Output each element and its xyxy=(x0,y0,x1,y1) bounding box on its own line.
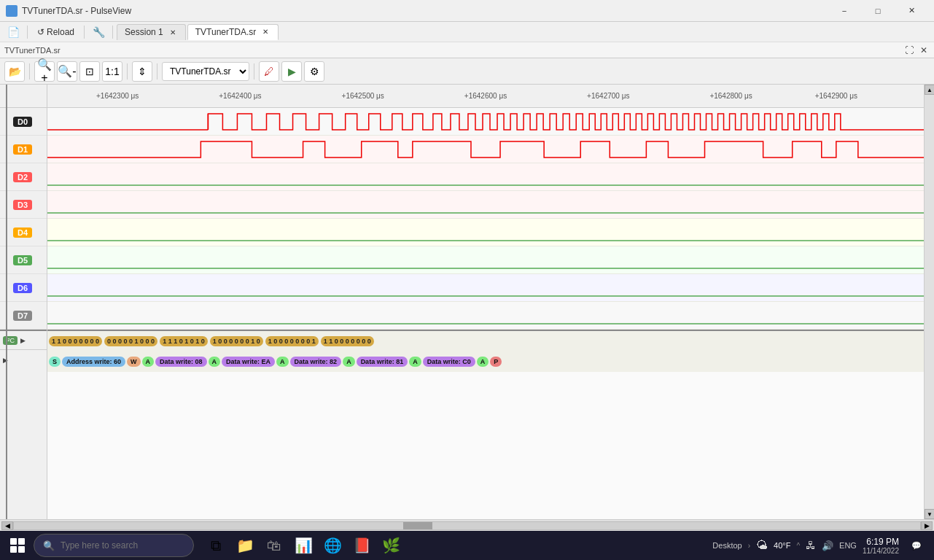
signal-row-d6 xyxy=(47,274,924,302)
waveform-d5 xyxy=(47,246,924,274)
tvtuner-close[interactable]: ✕ xyxy=(260,27,271,37)
d5-badge: D5 xyxy=(13,255,32,265)
store-button[interactable]: 🛍 xyxy=(261,532,287,559)
data-81-chip: Data write: 81 xyxy=(357,357,408,367)
cursor-icon: ⇕ xyxy=(138,66,147,77)
clock[interactable]: 6:19 PM 11/14/2022 xyxy=(863,537,899,555)
tvtuner-label: TVTunerTDA.sr xyxy=(195,27,257,37)
signal-row-d0 xyxy=(47,108,924,136)
start-button[interactable] xyxy=(6,534,29,557)
language-indicator: ENG xyxy=(839,541,857,550)
maximize-button[interactable]: □ xyxy=(861,0,895,22)
t2-sep3 xyxy=(157,63,157,79)
zoom-in-button[interactable]: 🔍+ xyxy=(34,61,55,82)
zoom-in-icon: 🔍+ xyxy=(35,58,54,85)
time-label-4: +1642600 μs xyxy=(464,92,507,100)
title-bar: TVTunerTDA.sr - PulseView − □ ✕ xyxy=(0,0,934,22)
stop-chip: P xyxy=(490,357,502,367)
settings-button[interactable]: 🔧 xyxy=(88,23,109,41)
minimize-button[interactable]: − xyxy=(828,0,861,22)
scroll-up-button[interactable]: ▲ xyxy=(925,85,934,95)
taskview-button[interactable]: ⧉ xyxy=(203,532,229,559)
zoom-out-button[interactable]: 🔍- xyxy=(57,61,77,82)
data-08-chip: Data write: 08 xyxy=(155,357,207,367)
vertical-scroll-track[interactable] xyxy=(925,95,934,509)
waveform-d1 xyxy=(47,136,924,163)
app-icon xyxy=(6,5,17,17)
acrobat-button[interactable]: 📕 xyxy=(349,532,375,559)
open-button[interactable]: 📂 xyxy=(4,61,25,82)
toolbar-separator xyxy=(27,26,28,39)
chrome-button[interactable]: 🌐 xyxy=(319,532,346,559)
tab-session1[interactable]: Session 1 ✕ xyxy=(117,24,186,40)
store-icon: 🛍 xyxy=(267,537,281,554)
start-sq-3 xyxy=(10,546,17,553)
reload-button[interactable]: ↺ Reload xyxy=(31,26,80,39)
sub-header-title: TVTunerTDA.sr xyxy=(4,46,61,55)
start-chip: S xyxy=(49,357,61,367)
ack-chip-1: A xyxy=(142,357,155,367)
t2-sep4 xyxy=(254,63,254,79)
horizontal-scroll-thumb[interactable] xyxy=(403,522,432,529)
vertical-scrollbar[interactable]: ▲ ▼ xyxy=(924,85,934,519)
clock-date: 11/14/2022 xyxy=(863,547,899,555)
expand-arrow-bits[interactable]: ▶ xyxy=(20,337,26,344)
app9-icon: 🌿 xyxy=(382,537,400,554)
cursor-button[interactable]: ⇕ xyxy=(132,61,152,82)
expand-icon[interactable]: ⛶ xyxy=(903,44,915,56)
horizontal-scrollbar[interactable]: ◀ ▶ xyxy=(0,519,934,531)
bracket-line xyxy=(6,85,7,519)
chrome-icon: 🌐 xyxy=(324,537,342,554)
config-icon: ⚙ xyxy=(310,66,319,77)
decoder-select[interactable]: TVTunerTDA.sr xyxy=(162,62,249,81)
tab-tvtuner[interactable]: TVTunerTDA.sr ✕ xyxy=(187,24,279,40)
search-input[interactable] xyxy=(61,540,177,551)
toolbar2: 📂 🔍+ 🔍- ⊡ 1:1 ⇕ TVTunerTDA.sr 🖊 ▶ xyxy=(0,58,934,85)
i2c-bits-row: 1 1 0 0 0 0 0 0 0 0 0 0 0 0 1 0 0 0 1 1 … xyxy=(47,331,924,351)
scroll-right-button[interactable]: ▶ xyxy=(921,521,933,530)
scroll-left-button[interactable]: ◀ xyxy=(1,521,13,530)
run-button[interactable]: ▶ xyxy=(281,61,302,82)
ack-chip-3: A xyxy=(276,357,289,367)
system-tray-expand[interactable]: ^ xyxy=(796,542,800,550)
pulseview-app-button[interactable]: 📊 xyxy=(290,532,316,559)
zoom-100-button[interactable]: 1:1 xyxy=(102,61,122,82)
time-label-2: +1642400 μs xyxy=(219,92,261,100)
waveform-d4 xyxy=(47,219,924,246)
zoom-fit-button[interactable]: ⊡ xyxy=(79,61,100,82)
notification-button[interactable]: 💬 xyxy=(905,534,928,557)
d6-badge: D6 xyxy=(13,283,32,293)
bit-chip-2: 0 0 0 0 0 1 0 0 0 xyxy=(104,336,157,346)
taskview-icon: ⧉ xyxy=(211,537,221,554)
session1-close[interactable]: ✕ xyxy=(168,27,178,37)
config-button[interactable]: ⚙ xyxy=(304,61,324,82)
timeline-ruler: +1642300 μs +1642400 μs +1642500 μs +164… xyxy=(47,85,924,108)
horizontal-scroll-track[interactable] xyxy=(13,521,921,530)
notification-icon: 💬 xyxy=(911,541,922,551)
bit-chip-4: 1 0 0 0 0 0 0 1 0 xyxy=(210,336,263,346)
file-explorer-button[interactable]: 📁 xyxy=(232,532,258,559)
main-content-area: D0 D1 D2 D3 D4 D5 D6 xyxy=(0,85,934,531)
waveform-d0 xyxy=(47,108,924,136)
pin-close-icon[interactable]: ✕ xyxy=(918,44,930,56)
open-icon: 📂 xyxy=(9,66,21,77)
title-bar-left: TVTunerTDA.sr - PulseView xyxy=(6,5,131,17)
addr-write-chip: Address write: 60 xyxy=(62,357,125,367)
close-button[interactable]: ✕ xyxy=(895,0,928,22)
empty-space xyxy=(47,372,924,519)
time-label-1: +1642300 μs xyxy=(96,92,139,100)
temperature-display: 40°F xyxy=(774,541,790,550)
explorer-icon: 📁 xyxy=(236,537,254,554)
search-bar[interactable]: 🔍 xyxy=(34,534,194,557)
app9-button[interactable]: 🌿 xyxy=(378,532,404,559)
probe-button[interactable]: 🖊 xyxy=(259,61,279,82)
network-icon: 🖧 xyxy=(806,540,816,551)
waveform-d2 xyxy=(47,163,924,191)
scroll-down-button[interactable]: ▼ xyxy=(925,509,934,519)
window-title: TVTunerTDA.sr - PulseView xyxy=(22,6,131,16)
taskbar-right: Desktop › 🌤 40°F ^ 🖧 🔊 ENG 6:19 PM 11/14… xyxy=(712,534,928,557)
show-desktop-chevron[interactable]: › xyxy=(748,542,750,550)
reload-label: Reload xyxy=(47,27,74,37)
waveform-d6 xyxy=(47,274,924,302)
new-file-button[interactable]: 📄 xyxy=(3,23,23,41)
